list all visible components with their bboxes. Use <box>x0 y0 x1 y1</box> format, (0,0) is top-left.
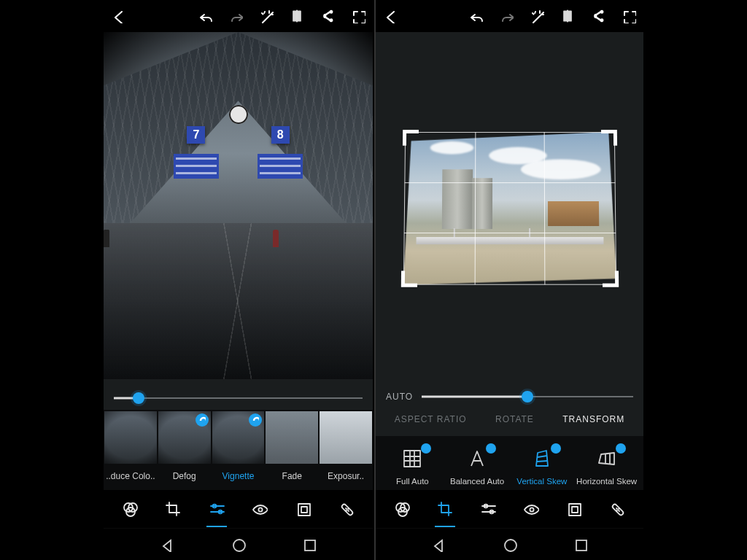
image-canvas[interactable]: 7 8 <box>104 32 373 379</box>
nav-looks[interactable] <box>387 494 417 524</box>
crop-icon <box>437 501 453 517</box>
tab-aspect-ratio[interactable]: ASPECT RATIO <box>392 413 470 426</box>
tool-vertical-skew[interactable]: Vertical Skew <box>513 448 571 486</box>
nav-crop[interactable] <box>158 494 187 524</box>
frame-icon <box>295 501 311 517</box>
slider-thumb[interactable] <box>522 391 533 402</box>
tool-horizontal-skew[interactable]: Horizontal Skew <box>578 448 636 486</box>
adjustment-slider-row <box>104 379 373 410</box>
nav-adjust[interactable] <box>202 494 231 524</box>
platform-sign-8: 8 <box>271 126 290 144</box>
premium-badge-icon <box>196 413 209 427</box>
nav-crop[interactable] <box>430 494 460 524</box>
filter-thumb-fade[interactable] <box>266 411 318 464</box>
svg-rect-22 <box>612 504 624 516</box>
android-system-bar <box>104 528 373 560</box>
bottom-tool-nav <box>104 490 373 528</box>
looks-icon <box>394 501 410 517</box>
redo-icon <box>228 9 243 23</box>
tool-full-auto[interactable]: Full Auto <box>383 448 441 486</box>
nav-heal[interactable] <box>603 494 632 524</box>
skew-vertical-icon <box>532 448 552 469</box>
top-toolbar <box>376 0 643 32</box>
share-icon <box>320 9 335 23</box>
sys-back-button[interactable] <box>430 537 446 553</box>
nav-frame[interactable] <box>560 494 589 524</box>
transform-tools: Full Auto Balanced Auto Vertical Skew Ho… <box>376 436 643 490</box>
svg-rect-20 <box>569 504 581 516</box>
filter-thumb-vignette[interactable] <box>212 411 265 464</box>
svg-point-10 <box>233 540 245 551</box>
back-button[interactable] <box>382 7 399 25</box>
crop-handle-br[interactable] <box>602 271 618 287</box>
tab-transform[interactable]: TRANSFORM <box>560 413 627 426</box>
adjust-sliders-icon <box>209 501 225 517</box>
filter-label-active: Vignette <box>212 464 266 490</box>
nav-back-icon <box>160 537 174 552</box>
svg-rect-12 <box>567 10 568 23</box>
nav-eye[interactable] <box>516 494 546 524</box>
looks-icon <box>122 501 138 517</box>
slider-thumb[interactable] <box>133 392 144 404</box>
share-button[interactable] <box>589 7 607 25</box>
undo-icon <box>198 9 212 23</box>
heal-bandage-icon <box>609 501 625 517</box>
nav-heal[interactable] <box>332 494 361 524</box>
phone-left: 7 8 <box>104 0 373 560</box>
station-clock <box>229 105 248 124</box>
sys-home-button[interactable] <box>502 537 518 553</box>
undo-button[interactable] <box>196 7 214 25</box>
nav-frame[interactable] <box>289 494 318 524</box>
tool-label: Balanced Auto <box>450 477 504 486</box>
auto-slider[interactable] <box>422 391 633 402</box>
nav-eye[interactable] <box>245 494 274 524</box>
undo-button[interactable] <box>467 7 484 25</box>
redo-icon <box>499 9 514 23</box>
filter-thumb-reduce-color[interactable] <box>104 411 157 464</box>
fullscreen-button[interactable] <box>349 7 367 25</box>
crop-handle-tr[interactable] <box>600 130 616 146</box>
sys-recent-button[interactable] <box>573 537 589 553</box>
crop-handle-tl[interactable] <box>402 130 418 146</box>
auto-enhance-button[interactable] <box>258 7 275 25</box>
crop-handle-bl[interactable] <box>400 271 417 287</box>
heal-bandage-icon <box>338 501 355 517</box>
top-toolbar <box>104 0 373 32</box>
filter-label: Fade <box>265 464 319 490</box>
edited-photo: 7 8 <box>104 32 373 379</box>
tab-rotate[interactable]: ROTATE <box>492 413 537 426</box>
compare-button[interactable] <box>559 7 576 25</box>
nav-adjust[interactable] <box>473 494 503 524</box>
nav-looks[interactable] <box>115 494 144 524</box>
filter-thumb-defog[interactable] <box>158 411 211 464</box>
eye-icon <box>523 501 539 517</box>
svg-point-6 <box>259 508 263 511</box>
redo-button[interactable] <box>227 7 244 25</box>
compare-button[interactable] <box>288 7 306 25</box>
magic-wand-icon <box>530 9 544 23</box>
crop-frame[interactable] <box>403 132 616 285</box>
share-button[interactable] <box>319 7 336 25</box>
tool-balanced-auto[interactable]: Balanced Auto <box>448 448 506 486</box>
fullscreen-button[interactable] <box>620 7 638 25</box>
svg-point-23 <box>505 540 516 551</box>
nav-back-icon <box>431 537 446 552</box>
auto-enhance-button[interactable] <box>528 7 546 25</box>
filter-thumb-exposure[interactable] <box>320 411 372 464</box>
redo-button[interactable] <box>498 7 515 25</box>
sys-back-button[interactable] <box>159 537 175 553</box>
sys-home-button[interactable] <box>231 537 247 553</box>
nav-recent-icon <box>573 537 588 552</box>
sys-recent-button[interactable] <box>301 537 317 553</box>
image-canvas[interactable] <box>376 32 643 384</box>
eye-icon <box>252 501 268 517</box>
svg-rect-8 <box>301 507 307 513</box>
svg-point-19 <box>530 508 533 511</box>
nav-recent-icon <box>302 537 317 552</box>
svg-rect-0 <box>296 10 298 23</box>
arrow-left-icon <box>383 9 398 23</box>
share-icon <box>591 9 605 23</box>
vignette-slider[interactable] <box>114 392 363 404</box>
fullscreen-icon <box>622 9 636 23</box>
back-button[interactable] <box>109 7 127 25</box>
